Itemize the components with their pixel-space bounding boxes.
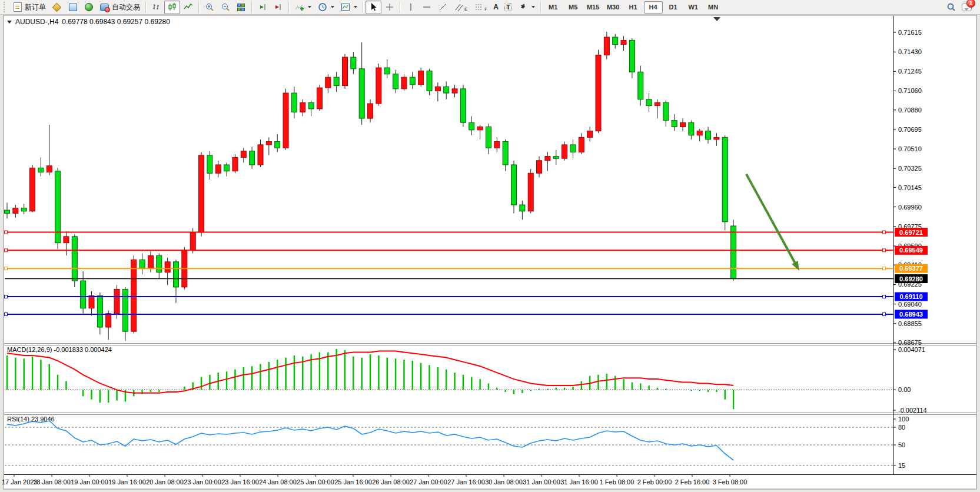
add-indicator-button[interactable] bbox=[291, 1, 314, 14]
candle-body bbox=[30, 168, 35, 211]
candle-body bbox=[81, 281, 86, 308]
time-axis-label: 2 Feb 16:00 bbox=[675, 478, 710, 486]
candle-body bbox=[308, 102, 314, 109]
candlestick-chart-icon bbox=[167, 2, 177, 12]
timeframe-m1[interactable]: M1 bbox=[544, 1, 563, 14]
toolbar-grip[interactable] bbox=[4, 2, 8, 12]
price-axis-label: 0.69960 bbox=[898, 204, 922, 211]
timeframe-m30[interactable]: M30 bbox=[604, 1, 623, 14]
time-axis-label: 20 Jan 08:00 bbox=[146, 478, 184, 486]
line-handle[interactable] bbox=[883, 249, 886, 252]
bar-chart-button[interactable] bbox=[148, 1, 164, 14]
chart-ohlc-values: 0.69778 0.69843 0.69257 0.69280 bbox=[62, 18, 170, 26]
candle-body bbox=[334, 77, 339, 85]
timeframe-d1[interactable]: D1 bbox=[664, 1, 683, 14]
line-handle[interactable] bbox=[883, 295, 886, 298]
chevron-down-icon bbox=[531, 6, 535, 8]
zoom-out-button[interactable] bbox=[217, 1, 233, 14]
candle-body bbox=[384, 68, 390, 74]
navigator-button[interactable] bbox=[81, 1, 97, 14]
tile-windows-button[interactable] bbox=[233, 1, 249, 14]
line-handle[interactable] bbox=[5, 267, 8, 270]
templates-button[interactable] bbox=[337, 1, 360, 14]
candle-body bbox=[165, 262, 170, 272]
autotrading-button[interactable]: 自动交易 bbox=[97, 1, 143, 14]
toolbar-separator bbox=[540, 2, 541, 13]
time-axis-label: 26 Jan 08:00 bbox=[372, 478, 410, 486]
chart-canvas[interactable]: 0.716150.714300.712450.710600.708800.706… bbox=[0, 0, 980, 492]
candle-body bbox=[351, 57, 356, 69]
search-button[interactable] bbox=[943, 1, 959, 14]
arrows-icon bbox=[518, 2, 528, 12]
periods-button[interactable] bbox=[314, 1, 337, 14]
candle-body bbox=[291, 93, 297, 112]
candle-body bbox=[689, 122, 694, 135]
chart-shift-button[interactable] bbox=[270, 1, 286, 14]
candle-body bbox=[359, 69, 364, 118]
data-window-button[interactable] bbox=[65, 1, 81, 14]
market-watch-icon bbox=[52, 2, 62, 12]
candle-body bbox=[629, 40, 634, 72]
candle-body bbox=[190, 232, 195, 250]
line-handle[interactable] bbox=[883, 231, 886, 234]
candle-body bbox=[275, 142, 280, 148]
cursor-button[interactable] bbox=[366, 1, 381, 14]
line-handle[interactable] bbox=[5, 249, 8, 252]
candlestick-chart-button[interactable] bbox=[164, 1, 180, 14]
candle-body bbox=[604, 37, 609, 55]
line-handle[interactable] bbox=[883, 313, 886, 315]
candle-body bbox=[520, 205, 525, 211]
line-handle[interactable] bbox=[883, 267, 886, 270]
candle-body bbox=[376, 68, 381, 104]
zoom-in-icon bbox=[204, 2, 214, 12]
chart-symbol-period: AUDUSD-,H4 bbox=[15, 18, 58, 26]
macd-axis-label: -0.002114 bbox=[898, 407, 927, 414]
line-handle[interactable] bbox=[5, 313, 8, 315]
timeframe-h4[interactable]: H4 bbox=[644, 1, 663, 14]
line-chart-button[interactable] bbox=[180, 1, 196, 14]
equidistant-channel-tool[interactable]: E bbox=[450, 1, 470, 14]
channel-glyph: E bbox=[464, 6, 467, 12]
candle-body bbox=[537, 161, 542, 174]
timeframe-h1[interactable]: H1 bbox=[624, 1, 643, 14]
text-label-icon: T bbox=[504, 4, 512, 11]
candle-body bbox=[300, 102, 305, 112]
candle-body bbox=[553, 157, 559, 159]
timeframe-m15[interactable]: M15 bbox=[584, 1, 603, 14]
candle-body bbox=[545, 157, 550, 161]
crosshair-button[interactable] bbox=[381, 1, 397, 14]
candle-body bbox=[139, 260, 145, 268]
fibonacci-tool[interactable]: F bbox=[470, 1, 490, 14]
candle-body bbox=[89, 295, 94, 308]
candle-body bbox=[511, 165, 517, 205]
vertical-line-tool[interactable] bbox=[403, 1, 418, 14]
candle-body bbox=[258, 145, 263, 165]
horizontal-line-tool[interactable] bbox=[418, 1, 434, 14]
timeframe-mn[interactable]: MN bbox=[704, 1, 723, 14]
market-watch-button[interactable] bbox=[49, 1, 65, 14]
notifications-button[interactable]: 1 bbox=[959, 1, 975, 14]
line-handle[interactable] bbox=[5, 231, 8, 234]
window-menu-icon[interactable] bbox=[7, 21, 12, 24]
fibonacci-glyph: F bbox=[484, 6, 487, 12]
candle-body bbox=[680, 122, 686, 127]
candle-body bbox=[38, 168, 44, 172]
auto-scroll-button[interactable] bbox=[254, 1, 270, 14]
price-badge-label: 0.69549 bbox=[899, 247, 923, 254]
zoom-in-button[interactable] bbox=[201, 1, 217, 14]
candle-body bbox=[596, 55, 601, 131]
line-handle[interactable] bbox=[5, 295, 8, 298]
candle-body bbox=[325, 77, 331, 88]
timeframe-w1[interactable]: W1 bbox=[684, 1, 703, 14]
timeframe-m5[interactable]: M5 bbox=[564, 1, 583, 14]
time-axis-label: 27 Jan 00:00 bbox=[410, 478, 447, 486]
new-order-button[interactable]: 新订单 bbox=[9, 1, 49, 14]
add-indicator-icon bbox=[294, 2, 304, 12]
line-chart-icon bbox=[183, 2, 193, 12]
equidistant-channel-icon bbox=[453, 2, 463, 12]
toolbar-separator bbox=[400, 2, 400, 13]
trendline-tool[interactable] bbox=[434, 1, 450, 14]
text-tool[interactable]: A bbox=[490, 1, 501, 14]
arrows-tool[interactable] bbox=[515, 1, 538, 14]
text-label-tool[interactable]: T bbox=[501, 1, 515, 14]
